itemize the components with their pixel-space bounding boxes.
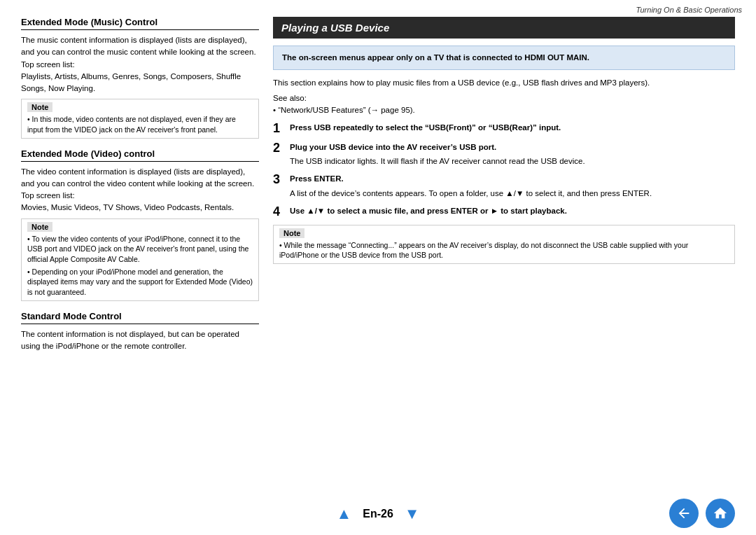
home-icon: [713, 506, 728, 521]
prev-page-arrow[interactable]: ▲: [336, 505, 351, 523]
page-number: En-26: [363, 508, 393, 520]
ext-video-body: The video content information is display…: [21, 166, 259, 214]
ext-music-title: Extended Mode (Music) Control: [21, 17, 259, 30]
ext-music-body: The music content information is display…: [21, 34, 259, 95]
steps-container: 1 Press USB repeatedly to select the “US…: [273, 122, 735, 219]
back-button[interactable]: [669, 499, 699, 528]
footer-nav[interactable]: ▲ En-26 ▼: [336, 505, 419, 523]
ext-video-title: Extended Mode (Video) control: [21, 148, 259, 162]
ext-music-note: Note • In this mode, video contents are …: [21, 99, 259, 138]
std-mode-title: Standard Mode Control: [21, 311, 259, 324]
back-icon: [676, 506, 692, 521]
right-note: Note • While the message “Connecting...”…: [273, 225, 735, 264]
left-column: Extended Mode (Music) Control The music …: [21, 17, 259, 475]
hdmi-note: The on-screen menus appear only on a TV …: [273, 46, 735, 70]
ext-video-note: Note • To view the video contents of you…: [21, 218, 259, 301]
footer: ▲ En-26 ▼: [0, 493, 756, 535]
std-mode-body: The content information is not displayed…: [21, 328, 259, 353]
right-note-item-0: • While the message “Connecting...” appe…: [279, 240, 729, 260]
chapter-title: Turning On & Basic Operations: [0, 0, 756, 17]
intro-text: This section explains how to play music …: [273, 77, 735, 116]
next-page-arrow[interactable]: ▼: [405, 505, 420, 523]
ext-video-note-item-1: • Depending on your iPod/iPhone model an…: [27, 267, 253, 298]
right-column: Playing a USB Device The on-screen menus…: [273, 17, 735, 475]
home-button[interactable]: [706, 499, 735, 528]
step-3: 3 Press ENTER. A list of the device’s co…: [273, 173, 735, 200]
footer-icons: [669, 499, 735, 528]
step-4: 4 Use ▲/▼ to select a music file, and pr…: [273, 205, 735, 219]
step-1: 1 Press USB repeatedly to select the “US…: [273, 122, 735, 136]
playing-usb-title: Playing a USB Device: [273, 17, 735, 39]
ext-video-note-item-0: • To view the video contents of your iPo…: [27, 234, 253, 265]
step-2: 2 Plug your USB device into the AV recei…: [273, 141, 735, 168]
ext-music-note-item-0: • In this mode, video contents are not d…: [27, 114, 253, 134]
